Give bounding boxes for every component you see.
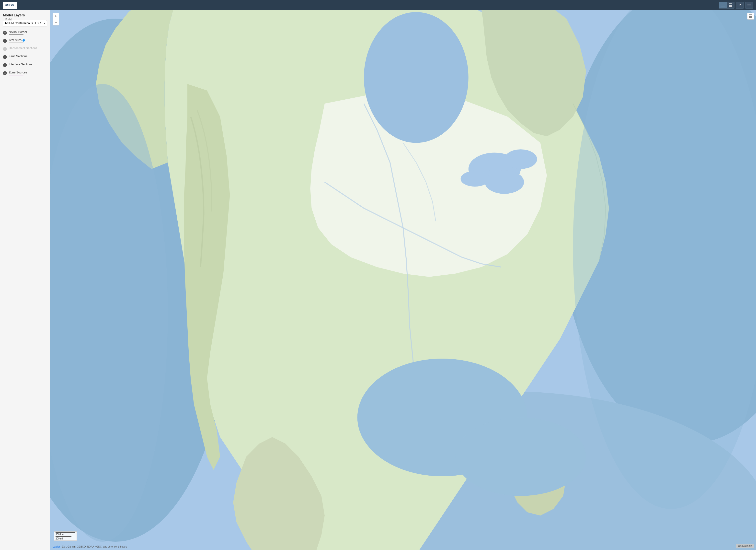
- layer-name-nshm-border: NSHM Border: [9, 30, 47, 34]
- model-label: Model: [4, 18, 12, 21]
- menu-icon: [747, 3, 751, 7]
- scale-mi-label: 200 mi: [56, 537, 75, 540]
- map-container[interactable]: + − 300 km 200 mi Leaflet | Esri, Garmin…: [50, 10, 756, 550]
- layer-item-fault-sections: Fault Sections: [3, 55, 47, 59]
- menu-button[interactable]: [745, 2, 753, 9]
- layer-line-zone-sources: [9, 75, 23, 75]
- svg-point-16: [504, 149, 537, 169]
- layer-line-interface-sections: [9, 67, 23, 67]
- svg-point-20: [364, 12, 468, 143]
- svg-rect-3: [721, 5, 725, 5]
- help-icon: ?: [739, 3, 741, 7]
- svg-rect-26: [749, 16, 752, 18]
- svg-point-24: [455, 417, 586, 496]
- zoom-in-button[interactable]: +: [53, 13, 59, 19]
- layer-toggle-zone-sources[interactable]: [3, 71, 7, 75]
- map-layers-button[interactable]: [747, 13, 754, 20]
- layer-item-decollement-sections: Décollement Sections: [3, 46, 47, 51]
- layer-toggle-test-sites[interactable]: [3, 39, 7, 43]
- layer-info-zone-sources: Zone Sources: [9, 71, 47, 75]
- svg-rect-2: [721, 4, 725, 4]
- layer-name-interface-sections: Interface Sections: [9, 63, 47, 66]
- svg-rect-25: [749, 15, 752, 16]
- layers-list: NSHM BorderTest SitesDécollement Section…: [3, 30, 47, 75]
- layer-item-zone-sources: Zone Sources: [3, 71, 47, 75]
- usgs-logo: USGS: [3, 2, 17, 9]
- svg-point-19: [470, 159, 493, 172]
- zoom-controls: + −: [53, 13, 59, 25]
- sidebar: Model Layers Model NSHM Conterminous U.S…: [0, 10, 50, 550]
- model-select[interactable]: NSHM Conterminous U.S. 2018 NSHM Alaska …: [3, 20, 47, 26]
- layer-item-test-sites: Test Sites: [3, 38, 47, 43]
- layer-line-test-sites: [9, 43, 23, 43]
- header: USGS ?: [0, 0, 756, 10]
- layer-info-decollement-sections: Décollement Sections: [9, 46, 47, 51]
- svg-rect-10: [747, 6, 751, 6]
- layer-info-test-sites: Test Sites: [9, 38, 47, 43]
- help-button[interactable]: ?: [736, 2, 744, 9]
- model-select-wrapper: Model NSHM Conterminous U.S. 2018 NSHM A…: [3, 20, 47, 26]
- svg-rect-8: [747, 4, 751, 4]
- layer-name-zone-sources: Zone Sources: [9, 71, 47, 74]
- sidebar-title: Model Layers: [3, 13, 47, 17]
- layer-name-test-sites: Test Sites: [9, 38, 47, 42]
- layer-item-nshm-border: NSHM Border: [3, 30, 47, 35]
- list-view-button[interactable]: [719, 2, 727, 9]
- layer-dot-icon-test-sites: [23, 39, 25, 42]
- usgs-badge-text: USGS: [3, 2, 17, 9]
- scale-line-mi: [56, 536, 71, 537]
- layer-info-nshm-border: NSHM Border: [9, 30, 47, 35]
- svg-rect-5: [721, 7, 725, 7]
- usgs-logo-svg: USGS: [4, 2, 16, 8]
- layer-info-interface-sections: Interface Sections: [9, 63, 47, 67]
- scale-bar: 300 km 200 mi: [54, 531, 77, 541]
- layer-name-fault-sections: Fault Sections: [9, 55, 47, 58]
- svg-text:USGS: USGS: [5, 3, 14, 7]
- attribution-text: | Esri, Garmin, GEBCO, NOAA NGDC, and ot…: [60, 545, 127, 548]
- svg-rect-4: [721, 6, 725, 6]
- map-svg: [50, 10, 756, 550]
- view-toggle-group: [719, 2, 734, 9]
- layer-info-fault-sections: Fault Sections: [9, 55, 47, 59]
- scale-km-label: 300 km: [56, 533, 75, 536]
- map-attribution: Leaflet | Esri, Garmin, GEBCO, NOAA NGDC…: [53, 545, 127, 548]
- layer-toggle-nshm-border[interactable]: [3, 31, 7, 35]
- svg-rect-9: [747, 5, 751, 5]
- header-right: ?: [719, 2, 753, 9]
- layer-toggle-interface-sections[interactable]: [3, 63, 7, 67]
- svg-point-17: [485, 170, 524, 194]
- layers-icon-header: [729, 3, 732, 7]
- svg-point-18: [461, 171, 490, 186]
- svg-rect-7: [729, 5, 732, 7]
- main-content: Model Layers Model NSHM Conterminous U.S…: [0, 10, 756, 550]
- layer-name-decollement-sections: Décollement Sections: [9, 46, 47, 50]
- map-layers-icon: [749, 14, 753, 18]
- layer-toggle-decollement-sections[interactable]: [3, 47, 7, 51]
- layer-toggle-fault-sections[interactable]: [3, 55, 7, 59]
- unavailable-badge: Unavailable: [736, 544, 754, 548]
- layer-line-fault-sections: [9, 59, 23, 59]
- leaflet-link[interactable]: Leaflet: [53, 545, 60, 548]
- scale-line-km: [56, 532, 75, 533]
- layers-view-button[interactable]: [727, 2, 734, 9]
- layer-item-interface-sections: Interface Sections: [3, 63, 47, 67]
- zoom-out-button[interactable]: −: [53, 19, 59, 25]
- svg-rect-6: [729, 4, 732, 5]
- list-icon: [721, 3, 725, 7]
- layer-line-nshm-border: [9, 34, 23, 35]
- layer-line-decollement-sections: [9, 51, 23, 51]
